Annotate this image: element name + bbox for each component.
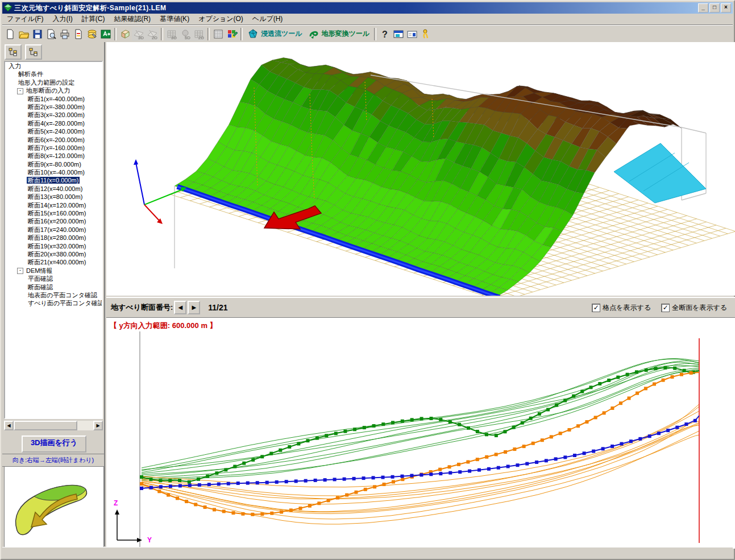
tree-item-label: 断面12(x=40.000m) [27,185,84,192]
z-axis-label: Z [114,499,118,507]
save-file-button[interactable] [31,27,44,41]
help-button[interactable]: ? [378,27,392,41]
tree-item-8[interactable]: 断面5(x=-240.000m) [5,127,102,135]
tree-item-19[interactable]: 断面16(x=200.000m) [5,217,102,225]
page-icon [5,28,16,40]
tree-item-11[interactable]: 断面8(x=-120.000m) [5,152,102,160]
previous-section-button[interactable]: ◀ [174,301,186,314]
tree-item-3[interactable]: -地形断面の入力 [5,86,102,94]
tree-item-14[interactable]: 断面11(x=0.000m) [5,176,102,184]
tree-item-25[interactable]: -DEM情報 [5,267,102,275]
view-3d-box-button[interactable] [118,27,132,41]
menu-item-4[interactable]: 基準値(K) [155,14,194,24]
section-number-label: 地すべり断面番号: [111,302,173,313]
tree-item-28[interactable]: 地表面の平面コンタ確認 [5,291,102,299]
tree-item-10[interactable]: 断面7(x=-160.000m) [5,144,102,152]
scroll-left-button[interactable]: ◀ [4,421,14,430]
tree-item-18[interactable]: 断面15(x=160.000m) [5,209,102,217]
tree-item-24[interactable]: 断面21(x=400.000m) [5,258,102,266]
tree-item-21[interactable]: 断面18(x=280.000m) [5,234,102,242]
tree-item-label: 断面14(x=120.000m) [27,202,87,209]
tree-item-label: 地形断面の入力 [25,87,71,94]
tree-item-1[interactable]: 解析条件 [5,70,102,78]
tree-item-9[interactable]: 断面6(x=-200.000m) [5,136,102,144]
draw-3d-button[interactable]: 3D描画を行う [22,435,86,453]
minimize-button[interactable]: _ [698,3,708,13]
menu-item-1[interactable]: 入力(I) [48,14,77,24]
checkbox-show-grid-points[interactable]: ✓格点を表示する [592,303,651,313]
about-button[interactable] [405,27,419,41]
mesh-toggle-button[interactable] [211,27,225,41]
tree-item-15[interactable]: 断面12(x=40.000m) [5,185,102,193]
app-icon [4,4,12,12]
exit-button[interactable] [419,27,433,41]
tree-item-27[interactable]: 断面確認 [5,283,102,291]
exitfig-icon [420,28,431,40]
print-button[interactable] [58,27,72,41]
question-icon: ? [379,28,391,40]
menu-item-5[interactable]: オプション(O) [194,14,248,24]
tree-item-label: 地形入力範囲の設定 [17,79,76,86]
next-section-button[interactable]: ▶ [188,301,200,314]
tree-item-7[interactable]: 断面4(x=-280.000m) [5,119,102,127]
page-setup-button[interactable] [72,27,85,41]
menu-bar: ファイル(F)入力(I)計算(C)結果確認(R)基準値(K)オプション(O)ヘル… [2,14,733,25]
tree-item-13[interactable]: 断面10(x=-40.000m) [5,168,102,176]
cross-section-chart: ZY [106,331,735,549]
terrain-convert-tool-button[interactable]: 地形変換ツール [305,27,373,41]
svg-text:?: ? [382,30,388,39]
scroll-thumb[interactable] [14,421,77,430]
menu-item-3[interactable]: 結果確認(R) [109,14,155,24]
tree-item-5[interactable]: 断面2(x=-380.000m) [5,103,102,111]
maximize-button[interactable]: □ [709,3,720,13]
tree-item-16[interactable]: 断面13(x=80.000m) [5,193,102,201]
y-range-label: 【 y方向入力範囲: 600.000 m 】 [110,321,217,331]
tree-horizontal-scrollbar[interactable]: ◀ ▶ [4,421,103,430]
tool-stack-button[interactable] [85,27,99,41]
checkbox-box[interactable]: ✓ [661,304,670,312]
tree-view-1-button[interactable] [5,44,22,60]
tree-expander-icon[interactable]: - [17,268,23,274]
checkbox-label: 格点を表示する [603,303,651,313]
tree-item-29[interactable]: すべり面の平面コンタ確認 [5,299,102,307]
section-number-value: 11/21 [208,303,227,312]
tree-item-22[interactable]: 断面19(x=320.000m) [5,242,102,250]
menu-item-0[interactable]: ファイル(F) [2,14,48,24]
tree-item-4[interactable]: 断面1(x=-400.000m) [5,95,102,103]
open-file-button[interactable] [17,27,31,41]
stackwrench-icon [86,28,98,40]
mesh-icon [213,28,224,40]
tree-expander-icon[interactable]: - [17,88,23,94]
tree-item-17[interactable]: 断面14(x=120.000m) [5,201,102,209]
scroll-right-button[interactable]: ▶ [93,421,103,430]
new-file-button[interactable] [3,27,17,41]
tree-item-6[interactable]: 断面3(x=-320.000m) [5,111,102,119]
menu-item-6[interactable]: ヘルプ(H) [248,14,288,24]
toolbar: 3D2D3D3D2D浸透流ツール地形変換ツール? [2,25,733,42]
menu-item-2[interactable]: 計算(C) [77,14,110,24]
tree-item-23[interactable]: 断面20(x=380.000m) [5,250,102,258]
svg-text:2D: 2D [198,35,204,40]
close-button[interactable]: × [721,3,731,13]
tree-item-label: 断面11(x=0.000m) [27,177,80,184]
tree-view-2-button[interactable] [25,44,42,60]
seepage-tool-button[interactable]: 浸透流ツール [244,27,305,41]
window-tool-button[interactable] [392,27,405,41]
toolbar-separator [207,28,210,40]
terrain-3d-view[interactable] [106,42,735,296]
swirl-icon [308,28,319,40]
tree-item-26[interactable]: 平面確認 [5,275,102,283]
tree-item-12[interactable]: 断面9(x=-80.000m) [5,160,102,168]
tree-item-0[interactable]: 入力 [5,62,102,70]
tree-item-2[interactable]: 地形入力範囲の設定 [5,78,102,86]
print-preview-button[interactable] [44,27,58,41]
checkbox-box[interactable]: ✓ [592,304,600,312]
tree-item-label: すべり面の平面コンタ確認 [27,300,103,306]
run-tool-button[interactable] [99,27,113,41]
tree-item-20[interactable]: 断面17(x=240.000m) [5,226,102,234]
status-bar [2,547,733,558]
grid-icon: 2D [193,28,205,40]
color-palette-button[interactable] [225,27,239,41]
checkbox-show-all-sections[interactable]: ✓全断面を表示する [661,303,727,313]
printer-icon [59,28,70,40]
